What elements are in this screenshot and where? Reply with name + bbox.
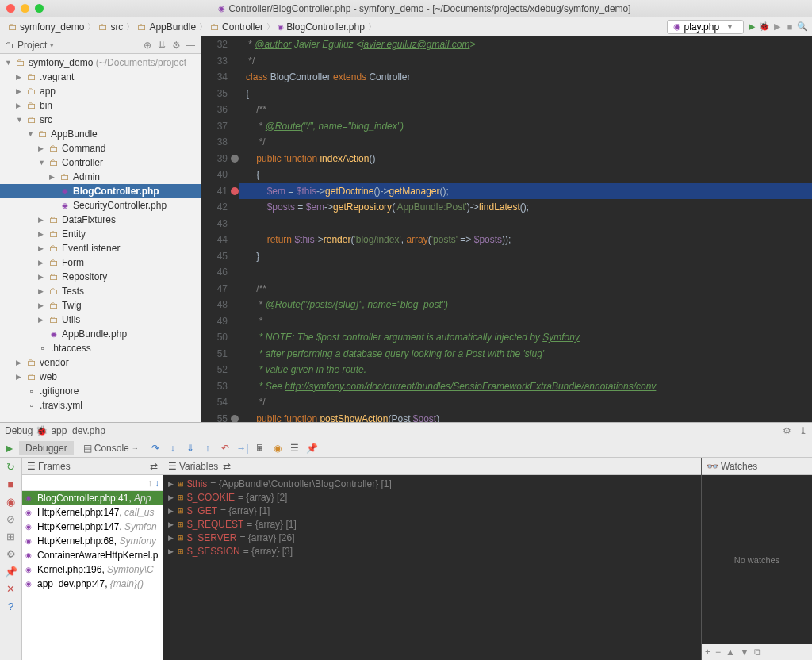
tree-item[interactable]: ▫.gitignore bbox=[0, 384, 201, 398]
evaluate-icon[interactable]: 🖩 bbox=[253, 441, 267, 455]
frame-row[interactable]: ◉Kernel.php:196, Symfony\C bbox=[22, 562, 163, 577]
tree-item[interactable]: ▫.htaccess bbox=[0, 341, 201, 355]
tree-item[interactable]: ▶🗀Command bbox=[0, 141, 201, 155]
variable-row[interactable]: ▶⊞$_COOKIE = {array} [2] bbox=[163, 490, 701, 504]
tree-item[interactable]: ▶🗀EventListener bbox=[0, 241, 201, 255]
up-icon[interactable]: ▲ bbox=[726, 647, 735, 658]
tree-item[interactable]: ▼🗀src bbox=[0, 113, 201, 127]
breadcrumb-item[interactable]: ◉ BlogController.php bbox=[274, 21, 368, 33]
editor[interactable]: 3233343536373839404142434445464748495051… bbox=[201, 36, 812, 422]
layout-icon[interactable]: ⊞ bbox=[5, 531, 17, 543]
tree-item[interactable]: ▶🗀app bbox=[0, 84, 201, 98]
watches-title: Watches bbox=[721, 461, 757, 472]
run-to-cursor-icon[interactable]: →| bbox=[236, 441, 250, 455]
copy-icon[interactable]: ⧉ bbox=[754, 647, 761, 658]
tree-item[interactable]: ▶🗀Form bbox=[0, 255, 201, 270]
mute-breakpoints-icon[interactable]: ⊘ bbox=[5, 513, 17, 526]
down-icon[interactable]: ▼ bbox=[740, 647, 749, 658]
tree-item[interactable]: ▶🗀Twig bbox=[0, 298, 201, 313]
tree-item[interactable]: ▼🗀symfony_demo (~/Documents/project bbox=[0, 56, 201, 70]
frame-row[interactable]: ◉HttpKernel.php:147, Symfon bbox=[22, 520, 163, 534]
tree-item[interactable]: ◉AppBundle.php bbox=[0, 327, 201, 341]
variable-row[interactable]: ▶⊞$this = {AppBundle\Controller\BlogCont… bbox=[163, 477, 701, 490]
scroll-to-icon[interactable]: ⊕ bbox=[142, 40, 153, 51]
frame-row[interactable]: ◉HttpKernel.php:147, call_us bbox=[22, 505, 163, 520]
stop-icon[interactable]: ■ bbox=[785, 22, 795, 32]
tab-console[interactable]: ▤Console→ bbox=[77, 441, 145, 455]
settings-icon[interactable]: ☰ bbox=[288, 441, 302, 455]
search-icon[interactable]: 🔍 bbox=[798, 22, 807, 32]
step-into-icon[interactable]: ↓ bbox=[166, 441, 180, 455]
breadcrumb-item[interactable]: 🗀 symfony_demo bbox=[5, 21, 87, 33]
file-tree[interactable]: ▼🗀symfony_demo (~/Documents/project▶🗀.va… bbox=[0, 54, 201, 422]
zoom-icon[interactable] bbox=[35, 4, 44, 13]
stop-icon[interactable]: ■ bbox=[5, 478, 17, 491]
tree-item[interactable]: ▼🗀AppBundle bbox=[0, 127, 201, 141]
restore-icon[interactable]: ⇄ bbox=[223, 461, 231, 472]
variable-row[interactable]: ▶⊞$_REQUEST = {array} [1] bbox=[163, 517, 701, 531]
tree-item[interactable]: ▶🗀web bbox=[0, 370, 201, 384]
close-icon[interactable]: ✕ bbox=[5, 583, 17, 596]
tree-item[interactable]: ◉BlogController.php bbox=[0, 184, 201, 198]
remove-watch-icon[interactable]: − bbox=[715, 647, 721, 658]
run-config-selector[interactable]: ◉ play.php ▼ bbox=[667, 20, 744, 34]
window-title: ◉ Controller/BlogController.php - symfon… bbox=[44, 3, 806, 14]
window-controls[interactable] bbox=[6, 4, 44, 13]
hide-icon[interactable]: ⤓ bbox=[799, 425, 807, 436]
tree-item[interactable]: ▶🗀Repository bbox=[0, 270, 201, 284]
step-over-icon[interactable]: ↷ bbox=[148, 441, 163, 455]
variable-row[interactable]: ▶⊞$_SERVER = {array} [26] bbox=[163, 531, 701, 544]
editor-gutter[interactable]: 3233343536373839404142434445464748495051… bbox=[201, 36, 239, 422]
watch-icon[interactable]: ◉ bbox=[270, 441, 285, 455]
run-icon[interactable]: ▶ bbox=[747, 22, 756, 32]
tree-item[interactable]: ▶🗀Utils bbox=[0, 313, 201, 327]
tree-item[interactable]: ▶🗀Entity bbox=[0, 227, 201, 241]
view-breakpoints-icon[interactable]: ◉ bbox=[5, 496, 17, 508]
coverage-icon[interactable]: ▶ bbox=[772, 22, 782, 32]
tree-item[interactable]: ▶🗀.vagrant bbox=[0, 70, 201, 84]
frame-row[interactable]: ◉HttpKernel.php:68, Symfony bbox=[22, 534, 163, 548]
hide-icon[interactable]: — bbox=[185, 40, 196, 51]
drop-frame-icon[interactable]: ↶ bbox=[218, 441, 232, 455]
add-watch-icon[interactable]: + bbox=[705, 647, 710, 658]
tree-item[interactable]: ▫.travis.yml bbox=[0, 398, 201, 412]
breadcrumb-item[interactable]: 🗀 AppBundle bbox=[134, 21, 199, 33]
gear-icon[interactable]: ⚙ bbox=[5, 548, 17, 561]
breadcrumb-item[interactable]: 🗀 Controller bbox=[207, 21, 266, 33]
frame-row[interactable]: ◉app_dev.php:47, {main}() bbox=[22, 577, 163, 591]
tree-item[interactable]: ▼🗀Controller bbox=[0, 155, 201, 170]
tree-item[interactable]: ▶🗀Tests bbox=[0, 284, 201, 298]
frame-row[interactable]: ◉ContainerAwareHttpKernel.p bbox=[22, 548, 163, 562]
gear-icon[interactable]: ⚙ bbox=[783, 425, 791, 436]
tree-item[interactable]: ◉SecurityController.php bbox=[0, 198, 201, 213]
minimize-icon[interactable] bbox=[21, 4, 29, 13]
close-icon[interactable] bbox=[6, 4, 15, 13]
frame-up-icon[interactable]: ↑ bbox=[147, 478, 152, 489]
variable-row[interactable]: ▶⊞$_SESSION = {array} [3] bbox=[163, 544, 701, 558]
collapse-icon[interactable]: ⇊ bbox=[156, 40, 167, 51]
pin-icon[interactable]: 📌 bbox=[5, 566, 17, 578]
tree-item[interactable]: ▶🗀bin bbox=[0, 98, 201, 113]
gear-icon[interactable]: ⚙ bbox=[170, 40, 182, 51]
rerun-icon[interactable]: ↻ bbox=[5, 461, 17, 474]
frames-icon: ☰ bbox=[27, 461, 36, 472]
tab-debugger[interactable]: Debugger bbox=[19, 441, 74, 455]
tree-item[interactable]: ▶🗀Admin bbox=[0, 170, 201, 184]
debug-icon[interactable]: 🐞 bbox=[760, 22, 769, 32]
restore-icon[interactable]: ⇄ bbox=[150, 461, 158, 472]
editor-code[interactable]: * @author Javier Eguiluz <javier.eguiluz… bbox=[239, 36, 812, 422]
pin-icon[interactable]: 📌 bbox=[305, 441, 320, 455]
debug-panel: Debug 🐞 app_dev.php ⚙ ⤓ ▶ Debugger ▤Cons… bbox=[0, 422, 812, 660]
breadcrumb-item[interactable]: 🗀 src bbox=[95, 21, 126, 33]
variable-row[interactable]: ▶⊞$_GET = {array} [1] bbox=[163, 504, 701, 517]
step-out-icon[interactable]: ↑ bbox=[201, 441, 215, 455]
frame-row[interactable]: ◉BlogController.php:41, App bbox=[22, 491, 163, 505]
force-step-icon[interactable]: ⇓ bbox=[183, 441, 197, 455]
php-icon: ◉ bbox=[672, 22, 682, 32]
tree-item[interactable]: ▶🗀vendor bbox=[0, 355, 201, 370]
help-icon[interactable]: ? bbox=[5, 601, 17, 613]
resume-icon[interactable]: ▶ bbox=[2, 441, 16, 455]
tree-item[interactable]: ▶🗀DataFixtures bbox=[0, 213, 201, 227]
debug-session: app_dev.php bbox=[51, 425, 105, 436]
frame-down-icon[interactable]: ↓ bbox=[155, 478, 159, 489]
